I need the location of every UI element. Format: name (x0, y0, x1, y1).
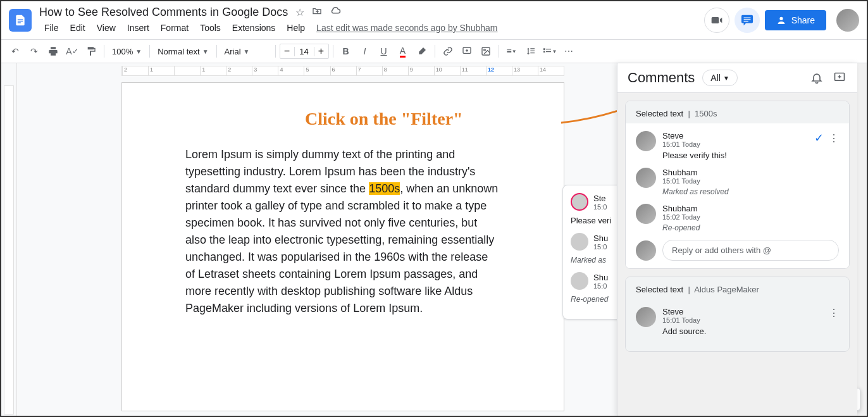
main-area: 211234567891011121314 Lorem Ipsum is sim… (1, 63, 867, 417)
toolbar: ↶ ↷ A✓ 100%▼ Normal text▼ Arial▼ − 14 + … (1, 39, 867, 63)
comment-row: Shubham15:02 TodayRe-opened (636, 204, 839, 232)
panel-header: Comments All▼ (617, 63, 857, 93)
share-label: Share (791, 15, 815, 25)
svg-rect-2 (18, 22, 21, 23)
font-size-value[interactable]: 14 (294, 47, 314, 56)
underline-icon[interactable]: U (375, 42, 393, 60)
comment-author: Shubham (662, 168, 839, 177)
line-spacing-icon[interactable] (522, 42, 540, 60)
title-area: How to See Resolved Comments in Google D… (39, 6, 704, 35)
comment-avatar (636, 204, 656, 224)
comment-avatar (636, 168, 656, 188)
menu-file[interactable]: File (39, 20, 64, 35)
comment-avatar (636, 307, 656, 327)
font-dropdown[interactable]: Arial▼ (221, 42, 271, 60)
new-comment-icon[interactable] (832, 70, 847, 85)
move-icon[interactable] (312, 6, 322, 18)
filter-button[interactable]: All▼ (702, 70, 737, 86)
comment-status: Re-opened (662, 223, 839, 232)
text-color-icon[interactable]: A (394, 42, 412, 60)
spellcheck-icon[interactable]: A✓ (63, 42, 81, 60)
vertical-ruler (4, 85, 14, 414)
comment-thread[interactable]: Selected text | 1500sSteve15:01 TodayPle… (625, 101, 850, 269)
comments-icon[interactable] (735, 8, 760, 33)
document-area: 211234567891011121314 Lorem Ipsum is sim… (17, 63, 617, 417)
comment-row: Shubham15:01 TodayMarked as resolved (636, 168, 839, 196)
svg-rect-5 (743, 19, 750, 20)
panel-body[interactable]: Selected text | 1500sSteve15:01 TodayPle… (617, 93, 857, 417)
menu-view[interactable]: View (92, 20, 121, 35)
svg-rect-6 (743, 21, 748, 22)
font-size-control: − 14 + (280, 44, 329, 59)
redo-icon[interactable]: ↷ (25, 42, 43, 60)
more-icon[interactable]: ⋮ (829, 307, 839, 319)
panel-title: Comments (628, 70, 695, 86)
document-title[interactable]: How to See Resolved Comments in Google D… (39, 6, 288, 19)
align-icon[interactable]: ≡ ▼ (503, 42, 521, 60)
print-icon[interactable] (44, 42, 62, 60)
svg-rect-4 (743, 17, 750, 18)
bold-icon[interactable]: B (337, 42, 355, 60)
checklist-icon[interactable]: ▼ (541, 42, 559, 60)
menu-edit[interactable]: Edit (65, 20, 90, 35)
more-icon[interactable]: ⋮ (829, 132, 839, 144)
thread-header: Selected text | Aldus PageMaker (626, 277, 849, 299)
menu-help[interactable]: Help (282, 20, 310, 35)
svg-rect-1 (18, 21, 23, 22)
last-edit-link[interactable]: Last edit was made seconds ago by Shubha… (316, 23, 497, 33)
comment-time: 15:01 Today (662, 177, 839, 185)
thread-header: Selected text | 1500s (626, 101, 849, 123)
italic-icon[interactable]: I (356, 42, 374, 60)
menu-bar: File Edit View Insert Format Tools Exten… (39, 20, 704, 35)
annotation-text: Click on the "Filter" (305, 109, 463, 129)
comment-avatar (636, 131, 656, 151)
svg-rect-3 (711, 17, 719, 23)
comment-time: 15:01 Today (662, 316, 839, 324)
comments-panel: Comments All▼ Selected text | 1500sSteve… (617, 63, 857, 417)
share-button[interactable]: Share (765, 10, 826, 30)
menu-tools[interactable]: Tools (195, 20, 226, 35)
cloud-icon[interactable] (330, 6, 341, 18)
font-size-plus[interactable]: + (314, 46, 328, 57)
svg-rect-0 (18, 19, 23, 20)
docs-logo[interactable] (9, 9, 32, 32)
more-toolbar-icon[interactable]: ⋯ (560, 42, 578, 60)
zoom-dropdown[interactable]: 100%▼ (108, 42, 146, 60)
user-avatar[interactable] (836, 9, 859, 32)
style-dropdown[interactable]: Normal text▼ (154, 42, 212, 60)
horizontal-ruler[interactable]: 211234567891011121314 (121, 66, 564, 76)
comment-thread[interactable]: Selected text | Aldus PageMakerSteve15:0… (625, 277, 850, 352)
comment-text: Please verify this! (662, 151, 839, 160)
comment-time: 15:02 Today (662, 213, 839, 221)
highlighted-text[interactable]: 1500s (369, 182, 400, 195)
page[interactable]: Lorem Ipsum is simply dummy text of the … (121, 82, 564, 411)
reply-input[interactable]: Reply or add others with @ (662, 240, 839, 261)
svg-point-9 (483, 49, 485, 51)
menu-insert[interactable]: Insert (122, 20, 154, 35)
comment-text: Add source. (662, 327, 839, 336)
document-text[interactable]: Lorem Ipsum is simply dummy text of the … (185, 146, 500, 317)
link-icon[interactable] (439, 42, 457, 60)
undo-icon[interactable]: ↶ (6, 42, 24, 60)
star-icon[interactable]: ☆ (295, 6, 304, 18)
comment-author: Shubham (662, 204, 839, 213)
left-gutter (1, 63, 17, 417)
font-size-minus[interactable]: − (280, 46, 294, 57)
comment-author: Steve (662, 307, 839, 316)
scrollbar[interactable] (857, 63, 867, 417)
resolve-check-icon[interactable]: ✓ (814, 131, 824, 145)
comment-row: Steve15:01 TodayAdd source.⋮ (636, 307, 839, 336)
notifications-icon[interactable] (809, 70, 824, 85)
reply-avatar (636, 240, 656, 261)
background-comment-card[interactable]: Ste15:0 Please veri Shu15:0 Marked as Sh… (562, 185, 617, 320)
comment-author: Steve (662, 131, 839, 140)
menu-extensions[interactable]: Extensions (227, 20, 280, 35)
add-comment-icon[interactable] (458, 42, 476, 60)
highlight-icon[interactable] (413, 42, 431, 60)
menu-format[interactable]: Format (156, 20, 194, 35)
annotation-arrow (555, 71, 617, 128)
paint-format-icon[interactable] (82, 42, 100, 60)
meet-icon[interactable] (704, 8, 729, 33)
image-icon[interactable] (477, 42, 495, 60)
comment-time: 15:01 Today (662, 140, 839, 148)
